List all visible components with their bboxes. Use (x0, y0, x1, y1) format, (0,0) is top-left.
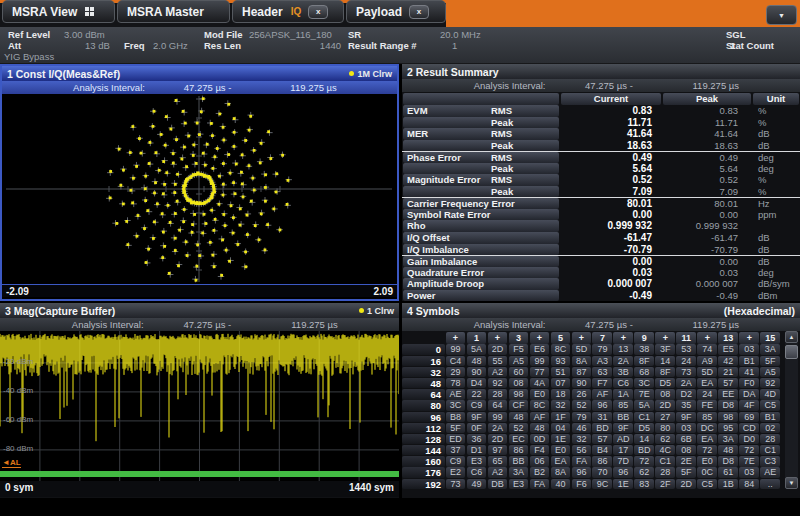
column-expand-button[interactable]: + (530, 332, 550, 344)
column-expand-button[interactable]: + (572, 332, 592, 344)
symbol-hex-cell: 5F (676, 467, 696, 477)
symbol-hex-cell: 60 (509, 367, 529, 377)
result-name: Quadrature Error (407, 267, 484, 278)
tab-payload[interactable]: Payload x (346, 0, 446, 23)
symbol-hex-cell: A9 (697, 356, 717, 366)
tab-dropdown-button[interactable]: ▼ (766, 5, 797, 25)
result-unit: deg (748, 152, 800, 163)
symbol-hex-cell: 63 (592, 367, 612, 377)
symbol-hex-cell: 72 (739, 445, 759, 455)
result-row-label: Quadrature Error (403, 267, 559, 279)
symbol-hex-cell: 99 (446, 344, 466, 354)
analysis-interval-label: Analysis Interval: (72, 318, 144, 331)
symbol-hex-cell: 64 (488, 400, 508, 410)
symbol-hex-cell: 52 (572, 400, 592, 410)
result-row: Power-0.49-0.49dBm (402, 290, 800, 302)
column-header-blank (403, 93, 559, 105)
mod-file-label: Mod File (204, 29, 243, 40)
tab-header[interactable]: Header IQ x (232, 0, 344, 23)
result-row-label: I/Q Offset (403, 232, 559, 244)
panel1-title-bar[interactable]: 1 Const I/Q(Meas&Ref) 1M Clrw (2, 66, 397, 81)
symbol-hex-cell: DB (488, 479, 508, 489)
symbol-hex-cell: D0 (739, 434, 759, 444)
column-expand-button[interactable]: + (613, 332, 633, 344)
panel-symbols: 4 Symbols (Hexadecimal) Analysis Interva… (402, 303, 800, 498)
symbols-column-header: 15 (760, 332, 780, 344)
trace-dot-icon (349, 71, 354, 76)
symbols-scrollbar-thumb[interactable] (785, 345, 798, 359)
result-row: Carrier Frequency Error80.0180.01Hz (402, 197, 800, 209)
panel4-title-bar[interactable]: 4 Symbols (Hexadecimal) (402, 303, 800, 318)
column-expand-button[interactable]: + (655, 332, 675, 344)
symbols-mode-label: (Hexadecimal) (724, 305, 795, 317)
symbol-hex-cell: 73 (676, 367, 696, 377)
result-unit: deg (748, 267, 800, 279)
symbol-hex-cell: 9F (613, 423, 633, 433)
result-row: Gain Imbalance0.000.00dB (402, 255, 800, 267)
panel3-title-bar[interactable]: 3 Mag(Capture Buffer) 1 Clrw (0, 303, 399, 318)
result-current-value: 0.52 (560, 174, 660, 186)
msra-analyzer-screen: MSRA View MSRA Master Header IQ x Payloa… (0, 0, 800, 516)
sr-value: 20.0 MHz (440, 29, 481, 40)
result-row-label: I/Q Imbalance (403, 244, 559, 256)
symbol-hex-cell: 24 (676, 356, 696, 366)
panel1-trace-tag: 1M Clrw (349, 69, 392, 79)
symbols-row-index: 0 (402, 344, 445, 354)
symbol-hex-cell: 49 (467, 479, 487, 489)
column-expand-button[interactable]: + (488, 332, 508, 344)
symbol-hex-cell: 2D (488, 344, 508, 354)
symbol-hex-cell: 2A (676, 378, 696, 388)
result-name: Phase Error (407, 152, 461, 163)
column-header-current: Current (561, 93, 661, 105)
symbol-hex-cell: BD (592, 423, 612, 433)
x-axis-max-label: 2.09 (374, 286, 393, 297)
symbol-hex-cell: C3 (760, 456, 780, 466)
result-row: Symbol Rate Error0.000.00ppm (402, 209, 800, 221)
symbols-column-header: 13 (718, 332, 738, 344)
symbol-hex-cell: DC (697, 423, 717, 433)
symbol-hex-cell: 97 (488, 445, 508, 455)
result-peak-value: 11.71 (660, 117, 748, 129)
capture-indicator-bar (0, 471, 399, 477)
result-peak-value: -70.79 (660, 244, 748, 256)
result-name: Carrier Frequency Error (407, 198, 515, 209)
symbol-hex-cell: A3 (592, 356, 612, 366)
symbol-hex-cell: D5 (634, 423, 654, 433)
panel2-title-bar[interactable]: 2 Result Summary (402, 64, 800, 79)
column-expand-button[interactable]: + (697, 332, 717, 344)
symbols-row: 176E2C6A23AB28A96709662285F0C6103AE (402, 467, 800, 478)
symbol-hex-cell: E3 (467, 456, 487, 466)
symbol-hex-cell: 3C (446, 400, 466, 410)
symbols-row-index: 64 (402, 389, 445, 399)
column-expand-button[interactable]: + (739, 332, 759, 344)
result-peak-value: 5.64 (660, 163, 748, 175)
column-expand-button[interactable]: + (446, 332, 466, 344)
result-peak-value: 80.01 (660, 198, 748, 209)
symbols-row: 16C44855A599938AA32A8F1424A942B15F (402, 355, 800, 366)
symbol-hex-cell: 1F (551, 412, 571, 422)
symbol-hex-cell: 14 (634, 434, 654, 444)
scroll-up-icon[interactable]: ▲ (785, 331, 798, 343)
scroll-down-icon[interactable]: ▼ (785, 477, 798, 489)
symbol-hex-cell: C1 (655, 456, 675, 466)
panel4-title: 4 Symbols (407, 305, 460, 317)
result-name: Rho (407, 220, 425, 231)
iq-badge: IQ (291, 6, 302, 17)
panel-mag-capture: 3 Mag(Capture Buffer) 1 Clrw Analysis In… (0, 303, 399, 498)
symbol-hex-cell: F0 (739, 378, 759, 388)
result-unit (748, 220, 800, 232)
result-row-label: Gain Imbalance (403, 256, 559, 267)
analysis-interval-to: 119.275 µs (693, 318, 740, 331)
tab-msra-master[interactable]: MSRA Master (117, 0, 230, 23)
symbol-hex-cell: AE (446, 389, 466, 399)
result-row-label: Peak (403, 186, 559, 198)
tab-header-close-icon[interactable]: x (308, 5, 328, 19)
symbol-hex-cell: 61 (718, 467, 738, 477)
tab-payload-close-icon[interactable]: x (409, 5, 429, 19)
symbols-row: 64AE222898E01826AF1A7E08D224EEDA4D (402, 389, 800, 400)
result-peak-value: 0.000 007 (660, 278, 748, 290)
result-peak-value: 7.09 (660, 186, 748, 198)
symbols-row-index: 32 (402, 367, 445, 377)
tab-msra-view[interactable]: MSRA View (2, 0, 115, 23)
symbol-hex-cell: 4F (739, 400, 759, 410)
